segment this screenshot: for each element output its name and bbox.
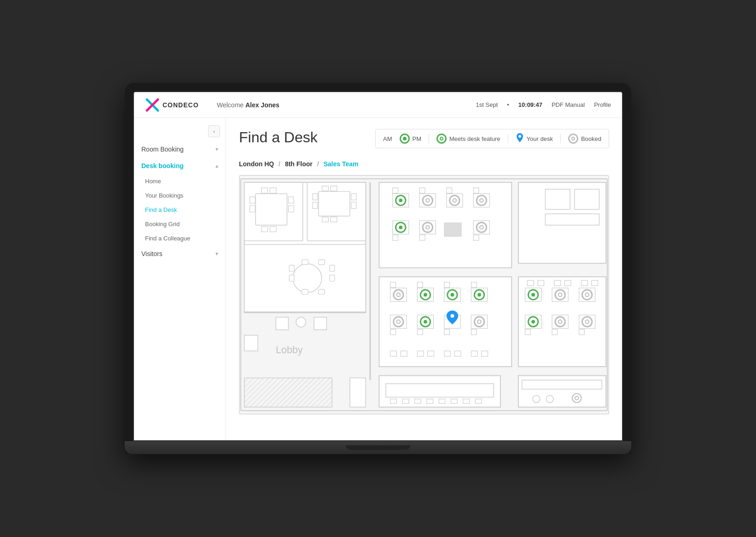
sidebar-item-visitors[interactable]: Visitors ▾ (134, 245, 226, 262)
svg-rect-36 (296, 317, 306, 327)
sidebar-item-desk-booking[interactable]: Desk booking ▴ (134, 158, 226, 174)
sidebar-section-room-booking: Room Booking ▾ (134, 141, 226, 158)
your-desk-pin-icon (516, 133, 524, 144)
breadcrumb-floor[interactable]: 8th Floor (285, 160, 313, 168)
legend-meets-desk: Meets desk feature (436, 134, 500, 144)
svg-rect-74 (575, 189, 599, 210)
sidebar-sub-booking-grid[interactable]: Booking Grid (134, 217, 226, 231)
sidebar-item-room-booking[interactable]: Room Booking ▾ (134, 141, 226, 158)
legend-divider-2 (508, 134, 508, 143)
sidebar-section-visitors: Visitors ▾ (134, 245, 226, 262)
legend-bar: AM PM (375, 129, 609, 148)
svg-rect-34 (319, 260, 325, 265)
legend-am-label: AM (383, 135, 392, 142)
svg-point-142 (582, 317, 592, 327)
svg-point-95 (394, 317, 403, 327)
breadcrumb-sep-2: / (317, 160, 319, 168)
svg-rect-152 (463, 399, 470, 403)
svg-point-53 (450, 195, 459, 205)
svg-rect-52 (447, 188, 452, 193)
lobby-label: Lobby (276, 344, 303, 356)
legend-divider-3 (560, 134, 561, 143)
svg-rect-32 (330, 275, 335, 281)
svg-rect-31 (319, 289, 325, 294)
svg-rect-98 (417, 329, 423, 335)
legend-your-desk-label: Your desk (527, 135, 553, 142)
svg-rect-73 (545, 189, 570, 210)
svg-rect-133 (525, 329, 531, 335)
svg-point-2 (518, 135, 521, 138)
svg-rect-102 (444, 329, 450, 335)
svg-rect-147 (402, 399, 409, 403)
legend-divider-1 (429, 134, 429, 143)
pdf-manual-link[interactable]: PDF Manual (552, 101, 585, 108)
svg-point-158 (572, 394, 582, 403)
legend-your-desk: Your desk (516, 133, 553, 144)
sidebar-collapse-button[interactable]: ‹ (208, 125, 220, 137)
svg-rect-117 (527, 280, 534, 286)
svg-rect-90 (471, 282, 477, 288)
main-content: Find a Desk AM PM (226, 118, 622, 440)
chevron-down-icon: ▾ (215, 146, 218, 152)
svg-rect-141 (579, 329, 585, 335)
svg-rect-9 (270, 188, 276, 193)
breadcrumb-team[interactable]: Sales Team (323, 160, 358, 168)
header-date: 1st Sept (476, 101, 498, 108)
breadcrumb-location[interactable]: London HQ (239, 160, 274, 168)
app-body: ‹ Room Booking ▾ Desk booking ▴ (134, 118, 622, 440)
svg-rect-145 (386, 384, 494, 397)
svg-point-49 (423, 195, 432, 205)
sidebar-sub-find-a-desk[interactable]: Find a Desk (134, 203, 226, 217)
svg-point-103 (451, 314, 454, 318)
svg-rect-16 (319, 192, 350, 216)
svg-rect-44 (393, 188, 398, 193)
laptop-frame: CONDECO Welcome Alex Jones 1st Sept • 10… (125, 83, 631, 454)
svg-rect-108 (390, 351, 397, 356)
svg-rect-24 (331, 217, 337, 222)
svg-point-157 (546, 396, 553, 403)
laptop-base-notch (346, 445, 410, 450)
svg-rect-122 (592, 280, 598, 286)
header-right: 1st Sept • 10:09:47 PDF Manual Profile (476, 101, 611, 108)
sidebar-desk-booking-label: Desk booking (141, 162, 184, 169)
svg-point-46 (399, 198, 402, 202)
svg-rect-10 (250, 197, 255, 203)
svg-rect-111 (428, 351, 434, 356)
logo-text: CONDECO (163, 101, 199, 109)
svg-rect-7 (256, 193, 287, 225)
svg-rect-119 (554, 280, 561, 286)
svg-rect-112 (444, 351, 451, 356)
svg-rect-64 (419, 235, 425, 240)
svg-rect-86 (444, 282, 450, 288)
svg-rect-39 (350, 378, 366, 407)
logo-area: CONDECO (145, 98, 209, 112)
am-pm-circle (400, 134, 410, 144)
svg-rect-29 (289, 275, 294, 281)
svg-rect-114 (471, 351, 477, 356)
sidebar-sub-find-colleague[interactable]: Find a Colleague (134, 231, 226, 245)
meets-desk-circle (436, 134, 447, 144)
svg-point-156 (533, 396, 540, 403)
svg-rect-94 (390, 329, 396, 335)
svg-point-79 (394, 290, 403, 299)
svg-point-65 (423, 222, 432, 232)
legend-booked: Booked (568, 134, 601, 144)
svg-rect-149 (427, 399, 433, 403)
svg-point-84 (424, 293, 427, 297)
svg-rect-151 (451, 399, 458, 403)
svg-rect-13 (288, 206, 294, 212)
svg-rect-155 (522, 380, 602, 389)
svg-rect-20 (313, 202, 318, 209)
svg-rect-12 (288, 197, 294, 203)
profile-link[interactable]: Profile (594, 101, 611, 108)
svg-rect-21 (351, 193, 356, 200)
svg-point-92 (477, 293, 481, 297)
svg-rect-137 (552, 329, 558, 335)
svg-point-138 (555, 317, 565, 327)
svg-rect-150 (439, 399, 445, 403)
svg-rect-105 (471, 329, 477, 335)
sidebar-section-desk-booking: Desk booking ▴ Home Your Bookings Find a… (134, 158, 226, 245)
sidebar-sub-home[interactable]: Home (134, 174, 226, 188)
svg-rect-23 (322, 217, 329, 222)
sidebar-sub-your-bookings[interactable]: Your Bookings (134, 188, 226, 203)
